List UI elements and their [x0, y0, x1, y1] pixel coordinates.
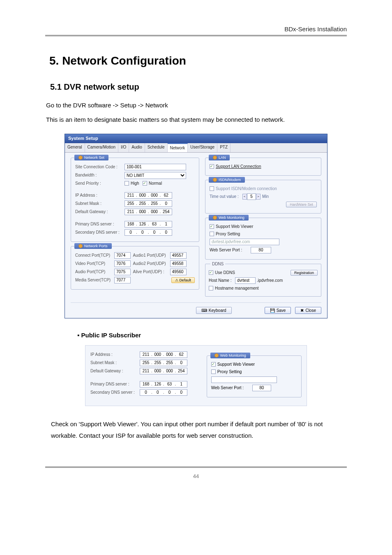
input-dns2[interactable]: . . . — [125, 229, 172, 236]
legend-icon — [78, 244, 83, 248]
gw-seg-1[interactable] — [138, 209, 148, 214]
snip-sn-3[interactable] — [176, 360, 186, 365]
snip-d1-3[interactable] — [176, 382, 186, 386]
snip-checkbox-support-viewer[interactable] — [211, 362, 216, 367]
close-button[interactable]: ✖ Close — [295, 307, 321, 314]
snip-gw-2[interactable] — [165, 369, 175, 373]
checkbox-use-ddns[interactable] — [209, 270, 213, 275]
snip-gw-1[interactable] — [153, 369, 163, 373]
snip-ip-2[interactable] — [165, 352, 175, 357]
timeout-increment[interactable]: > — [256, 194, 261, 200]
input-audio-port[interactable] — [114, 269, 131, 275]
ip-seg-1[interactable] — [138, 193, 148, 197]
snip-d2-3[interactable] — [176, 390, 186, 395]
snip-d2-2[interactable] — [165, 390, 175, 395]
input-site-code[interactable] — [125, 164, 186, 170]
tab-general[interactable]: General — [65, 143, 85, 152]
hardware-set-button: HardWare Set — [286, 202, 317, 207]
timeout-decrement[interactable]: < — [242, 194, 247, 200]
gw-seg-0[interactable] — [126, 209, 136, 214]
snip-input-dns2[interactable]: . . . — [140, 389, 187, 396]
checkbox-support-lan[interactable] — [210, 164, 214, 169]
input-timeout[interactable] — [247, 193, 256, 200]
snip-sn-0[interactable] — [141, 360, 151, 365]
keyboard-button[interactable]: ⌨ Keyboard — [196, 307, 232, 314]
input-subnet[interactable]: . . . — [125, 200, 172, 207]
input-gateway[interactable]: . . . — [125, 209, 172, 215]
tab-camera-motion[interactable]: Camera/Motion — [85, 143, 118, 152]
snip-input-gateway[interactable]: . . . — [140, 368, 187, 374]
select-bandwidth[interactable]: NO LIMIT — [125, 172, 186, 179]
default-button[interactable]: ⚠ Default — [171, 277, 195, 283]
input-video-port[interactable] — [114, 260, 131, 267]
snip-input-proxy — [211, 376, 277, 383]
snip-d1-0[interactable] — [141, 382, 151, 386]
ip-seg-2[interactable] — [150, 193, 159, 197]
snip-input-dns1[interactable]: . . . — [140, 381, 187, 388]
input-media-port[interactable] — [114, 277, 131, 283]
dns1-seg-2[interactable] — [150, 222, 159, 226]
snip-d1-2[interactable] — [165, 382, 175, 386]
label-host-name: Host Name : — [209, 278, 235, 283]
tab-user-storage[interactable]: User/Storage — [188, 143, 217, 152]
checkbox-support-web-viewer[interactable] — [210, 224, 214, 229]
snip-input-ip[interactable]: . . . — [140, 351, 187, 358]
save-button[interactable]: 💾 Save — [265, 307, 291, 314]
checkbox-priority-normal[interactable] — [143, 181, 147, 186]
gw-seg-3[interactable] — [161, 209, 171, 214]
checkbox-proxy-setting[interactable] — [210, 232, 214, 236]
subnet-seg-2[interactable] — [150, 201, 159, 206]
snip-input-web-port[interactable] — [252, 385, 271, 391]
subnet-seg-3[interactable] — [161, 201, 171, 206]
snip-ip-0[interactable] — [141, 352, 151, 357]
tab-audio[interactable]: Audio — [129, 143, 145, 152]
checkbox-support-isdn[interactable] — [210, 186, 214, 191]
label-connect-port: Connect Port(TCP) — [75, 253, 114, 258]
snip-ip-1[interactable] — [153, 352, 163, 357]
checkbox-priority-high[interactable] — [125, 181, 129, 186]
tab-network[interactable]: Network — [168, 143, 188, 152]
snip-d2-0[interactable] — [141, 390, 151, 395]
snip-sn-2[interactable] — [165, 360, 175, 365]
ip-seg-3[interactable] — [161, 193, 171, 197]
snip-sn-1[interactable] — [153, 360, 163, 365]
dns2-seg-1[interactable] — [138, 230, 148, 235]
snip-gw-3[interactable] — [176, 369, 186, 373]
input-ip[interactable]: . . . — [125, 192, 172, 199]
legend-lan: LAN — [209, 155, 230, 161]
checkbox-hostname-mgmt[interactable] — [209, 286, 213, 290]
dns1-seg-1[interactable] — [138, 222, 148, 226]
snip-ip-3[interactable] — [176, 352, 186, 357]
registration-button[interactable]: Registration — [291, 270, 318, 276]
dns2-seg-0[interactable] — [126, 230, 136, 235]
snip-checkbox-proxy[interactable] — [211, 369, 216, 374]
input-host-prefix[interactable] — [235, 277, 256, 284]
ip-seg-0[interactable] — [126, 193, 136, 197]
tab-io[interactable]: I/O — [118, 143, 129, 152]
tab-ptz[interactable]: PTZ — [217, 143, 231, 152]
legend-network-ports-text: Network Ports — [84, 244, 108, 249]
input-alive-udp[interactable] — [170, 269, 187, 275]
subnet-seg-1[interactable] — [138, 201, 148, 206]
tab-schedule[interactable]: Schedule — [145, 143, 168, 152]
dns1-seg-0[interactable] — [126, 222, 136, 226]
subnet-seg-0[interactable] — [126, 201, 136, 206]
input-web-port[interactable] — [251, 247, 271, 253]
dns2-seg-3[interactable] — [161, 230, 171, 235]
gw-seg-2[interactable] — [150, 209, 159, 214]
snip-label-proxy: Proxy Setting — [217, 369, 242, 375]
input-dns1[interactable]: . . . — [125, 221, 172, 228]
input-audio1-udp[interactable] — [170, 252, 187, 259]
input-connect-port[interactable] — [114, 252, 131, 259]
dns1-seg-3[interactable] — [161, 222, 171, 226]
snip-d2-1[interactable] — [153, 390, 163, 395]
snippet-panel: IP Address : . . . Subnet Mask : . . . — [85, 345, 307, 406]
dns2-seg-2[interactable] — [150, 230, 159, 235]
snip-legend-webmon: Web Monitoring — [210, 353, 250, 359]
snip-d1-1[interactable] — [153, 382, 163, 386]
snip-gw-0[interactable] — [141, 369, 151, 373]
snip-input-subnet[interactable]: . . . — [140, 360, 187, 366]
input-audio2-udp[interactable] — [170, 260, 187, 267]
header-series: BDx-Series Installation — [45, 25, 347, 33]
snip-label-ip: IP Address : — [90, 352, 140, 358]
